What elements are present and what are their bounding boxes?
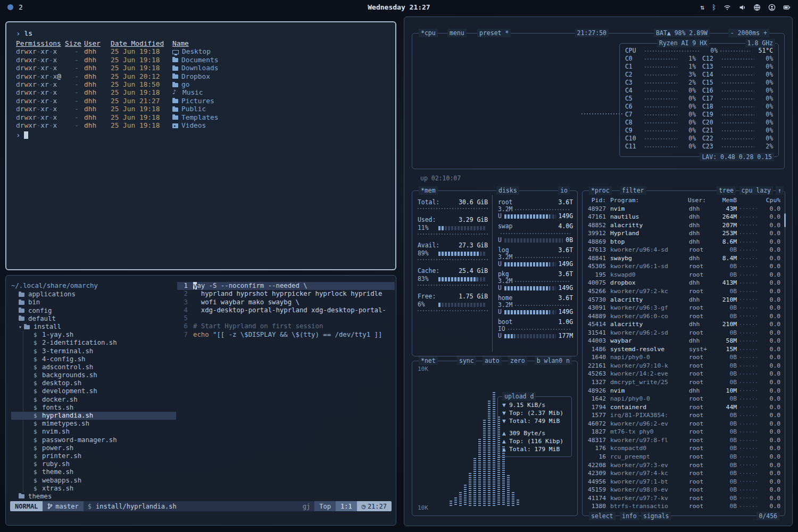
proc-tree-toggle[interactable]: tree [717,186,736,195]
process-row[interactable]: 48841swaybgdhh8.4M0.0 [587,254,780,263]
network-icon[interactable] [753,4,761,11]
process-row[interactable]: 39912Hyprlanddhh253M0.0 [587,229,780,238]
tree-item-applications[interactable]: applications [11,290,177,298]
tree-item-power-sh[interactable]: $power.sh [11,444,177,452]
process-row[interactable]: 41174kworker/u97:7-kvroot0B0.0 [587,494,780,503]
tree-item-nvim-sh[interactable]: $nvim.sh [11,428,177,436]
proc-filter[interactable]: filter [620,186,646,195]
code-line[interactable]: 6# Start Hyprland on first session [177,322,395,330]
proc-sort-mode[interactable]: cpu lazy [739,186,773,195]
process-row[interactable]: 40075dropboxdhh413M0.0 [587,279,780,287]
preset-tab[interactable]: preset * [477,29,511,37]
process-row[interactable]: 44956kworker/u97:1-btroot0B0.0 [587,478,780,486]
header-user[interactable]: User: [688,196,714,205]
process-row[interactable]: 45266kworker/u97:2-kcroot0B0.0 [587,287,780,296]
process-row[interactable]: 45263kworker/14:2-everoot0B0.0 [587,370,780,378]
workspace-indicator[interactable]: 2 [19,3,23,11]
process-row[interactable]: 22161kworker/u97:10-kroot0B0.0 [587,362,780,370]
proc-signals-button[interactable]: signals [641,512,671,520]
io-tab[interactable]: io [558,186,570,195]
menu-tab[interactable]: menu [447,29,467,37]
volume-icon[interactable] [738,4,746,11]
code-line[interactable]: 5 [177,314,395,322]
proc-tab[interactable]: *proc [589,186,612,195]
tree-item-docker-sh[interactable]: $docker.sh [11,396,177,404]
tree-item-printer-sh[interactable]: $printer.sh [11,452,177,460]
process-row[interactable]: 1577irq/81-PIXA3854:root0B0.0 [587,411,780,420]
launcher-icon[interactable] [7,4,13,10]
tree-item-theme-sh[interactable]: $theme.sh [11,468,177,476]
process-row[interactable]: 44003waybardhh58M0.0 [587,337,780,345]
tree-item-xtras-sh[interactable]: $xtras.sh [11,485,177,493]
proc-select-button[interactable]: select [589,512,616,520]
header-pid[interactable]: Pid: [587,196,610,205]
tree-item-bin[interactable]: bin [11,298,177,306]
process-row[interactable]: 1486systemd-resolvesyst+15M0.0 [587,345,780,354]
process-row[interactable]: 16rcu_preemptroot0B0.0 [587,453,780,461]
wifi-icon[interactable] [724,4,731,11]
process-row[interactable]: 45730alacrittydhh210M0.0 [587,296,780,304]
process-row[interactable]: 45305kworker/u96:1-sdroot0B0.0 [587,262,780,271]
process-row[interactable]: 48869btopdhh8.6M0.0 [587,238,780,246]
git-branch[interactable]: master [43,501,83,511]
cpu-tab[interactable]: *cpu [419,29,438,37]
terminal-window[interactable]: › ls Permissions Size User Date Modified… [5,21,396,270]
code-line[interactable]: 2 hyprland hyprshot hyprpicker hyprlock … [177,290,395,298]
process-row[interactable]: 47161nautilusdhh264M0.0 [587,213,780,221]
process-row[interactable]: 1827mt76-tx phy0root0B0.0 [587,428,780,436]
net-auto-toggle[interactable]: auto [483,356,502,365]
mem-tab[interactable]: *mem [419,186,438,195]
bluetooth-icon[interactable]: ᛒ [712,4,716,11]
header-program[interactable]: Program: [610,196,688,205]
process-row[interactable]: 48317kworker/u97:8-flroot0B0.0 [587,436,780,445]
clock[interactable]: Wednesday 21:27 [0,3,798,11]
proc-scroll-up[interactable]: ↑ [776,186,784,195]
updates-icon[interactable]: ⇅ [700,4,704,11]
net-sync-toggle[interactable]: sync [457,356,476,365]
process-row[interactable]: 1640napi/phy0-0root0B0.0 [587,353,780,362]
tree-item-webapps-sh[interactable]: $webapps.sh [11,477,177,485]
tree-item-4-config-sh[interactable]: $4-config.sh [11,355,177,363]
code-pane[interactable]: 1yay -S --noconfirm --needed \2 hyprland… [177,276,395,500]
code-line[interactable]: 3 wofi waybar mako swaybg \ [177,298,395,306]
process-row[interactable]: 48852alacrittydhh207M0.0 [587,221,780,230]
process-row[interactable]: 195kswapd0root0B0.0 [587,271,780,279]
tree-item-mimetypes-sh[interactable]: $mimetypes.sh [11,420,177,428]
net-interface[interactable]: b wlan0 n [535,356,572,365]
tree-item-default[interactable]: default [11,315,177,323]
code-line[interactable]: 1yay -S --noconfirm --needed \ [177,282,395,290]
tree-item-themes[interactable]: themes [11,493,177,500]
process-row[interactable]: 45159kworker/u98:0-evroot0B0.0 [587,486,780,494]
process-row[interactable]: 1794containerdroot44M0.0 [587,403,780,412]
process-row[interactable]: 46072kworker/u96:2-evroot0B0.0 [587,420,780,428]
terminal-input-line[interactable]: › [16,130,386,139]
disks-tab[interactable]: disks [496,186,519,195]
tree-item-desktop-sh[interactable]: $desktop.sh [11,379,177,387]
process-row[interactable]: 1642napi/phy0-0root0B0.0 [587,395,780,403]
tree-item-fonts-sh[interactable]: $fonts.sh [11,404,177,412]
code-line[interactable]: 4 xdg-desktop-portal-hyprland xdg-deskto… [177,306,395,314]
refresh-interval[interactable]: - 2000ms + [728,29,769,37]
process-row[interactable]: 1380btrfs-transactioroot0B0.0 [587,502,780,511]
tree-item-development-sh[interactable]: $development.sh [11,387,177,395]
process-row[interactable]: 43091kworker/u96:3-gfroot0B0.0 [587,304,780,312]
tree-item-2-identification-sh[interactable]: $2-identification.sh [11,339,177,347]
header-cpu[interactable]: Cpu% [762,196,780,205]
process-row[interactable]: 176kcompactd0root0B0.0 [587,444,780,453]
tree-item-password-manager-sh[interactable]: $password-manager.sh [11,436,177,444]
net-zero-toggle[interactable]: zero [508,356,527,365]
process-row[interactable]: 31541kworker/u96:2-sdroot0B0.0 [587,329,780,337]
header-mem[interactable]: MemB [714,196,737,205]
tree-item-backgrounds-sh[interactable]: $backgrounds.sh [11,371,177,379]
battery-icon[interactable] [783,4,791,11]
process-row[interactable]: 1327dmcrypt_write/25root0B0.0 [587,378,780,387]
process-row[interactable]: 42208kworker/u97:3-evroot0B0.0 [587,461,780,470]
system-monitor-window[interactable]: *cpu menu preset * 21:27:50 BAT▲ 98% 2.8… [404,16,793,526]
proc-info-button[interactable]: info [620,512,639,520]
tree-item-config[interactable]: config [11,307,177,315]
tree-item-ruby-sh[interactable]: $ruby.sh [11,460,177,468]
process-row[interactable]: 42309kworker/u97:4-kcroot0B0.0 [587,469,780,478]
net-tab[interactable]: *net [419,356,438,365]
tree-item-hyprlandia-sh[interactable]: $hyprlandia.sh [11,412,176,420]
process-row[interactable]: 45414alacrittydhh210M0.0 [587,320,780,329]
